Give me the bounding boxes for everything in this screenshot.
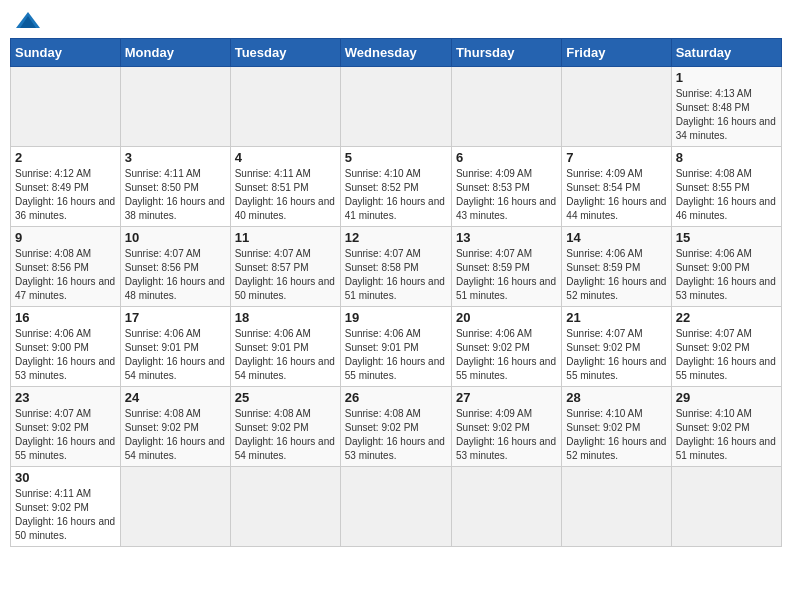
day-number: 1 [676,70,777,85]
day-number: 11 [235,230,336,245]
day-number: 27 [456,390,557,405]
day-info: Sunrise: 4:11 AM Sunset: 9:02 PM Dayligh… [15,487,116,543]
col-header-tuesday: Tuesday [230,39,340,67]
day-info: Sunrise: 4:06 AM Sunset: 8:59 PM Dayligh… [566,247,666,303]
day-number: 24 [125,390,226,405]
calendar-cell: 12Sunrise: 4:07 AM Sunset: 8:58 PM Dayli… [340,227,451,307]
calendar-cell: 23Sunrise: 4:07 AM Sunset: 9:02 PM Dayli… [11,387,121,467]
day-number: 6 [456,150,557,165]
calendar-cell [562,467,671,547]
day-info: Sunrise: 4:12 AM Sunset: 8:49 PM Dayligh… [15,167,116,223]
calendar-cell: 30Sunrise: 4:11 AM Sunset: 9:02 PM Dayli… [11,467,121,547]
day-info: Sunrise: 4:08 AM Sunset: 8:56 PM Dayligh… [15,247,116,303]
day-number: 21 [566,310,666,325]
calendar-cell: 29Sunrise: 4:10 AM Sunset: 9:02 PM Dayli… [671,387,781,467]
calendar-cell: 24Sunrise: 4:08 AM Sunset: 9:02 PM Dayli… [120,387,230,467]
calendar-cell [230,467,340,547]
day-info: Sunrise: 4:07 AM Sunset: 9:02 PM Dayligh… [566,327,666,383]
day-info: Sunrise: 4:08 AM Sunset: 9:02 PM Dayligh… [345,407,447,463]
calendar-cell: 7Sunrise: 4:09 AM Sunset: 8:54 PM Daylig… [562,147,671,227]
day-info: Sunrise: 4:07 AM Sunset: 8:59 PM Dayligh… [456,247,557,303]
calendar-cell: 1Sunrise: 4:13 AM Sunset: 8:48 PM Daylig… [671,67,781,147]
calendar-cell: 2Sunrise: 4:12 AM Sunset: 8:49 PM Daylig… [11,147,121,227]
day-number: 16 [15,310,116,325]
calendar-cell: 11Sunrise: 4:07 AM Sunset: 8:57 PM Dayli… [230,227,340,307]
calendar-cell: 17Sunrise: 4:06 AM Sunset: 9:01 PM Dayli… [120,307,230,387]
day-number: 23 [15,390,116,405]
calendar-cell [230,67,340,147]
day-number: 14 [566,230,666,245]
calendar-cell [11,67,121,147]
calendar-cell: 14Sunrise: 4:06 AM Sunset: 8:59 PM Dayli… [562,227,671,307]
calendar-cell: 20Sunrise: 4:06 AM Sunset: 9:02 PM Dayli… [451,307,561,387]
day-info: Sunrise: 4:10 AM Sunset: 8:52 PM Dayligh… [345,167,447,223]
day-info: Sunrise: 4:06 AM Sunset: 9:02 PM Dayligh… [456,327,557,383]
calendar-cell: 6Sunrise: 4:09 AM Sunset: 8:53 PM Daylig… [451,147,561,227]
calendar-cell [451,467,561,547]
day-number: 29 [676,390,777,405]
calendar-cell [120,67,230,147]
day-number: 28 [566,390,666,405]
day-info: Sunrise: 4:08 AM Sunset: 9:02 PM Dayligh… [125,407,226,463]
day-number: 18 [235,310,336,325]
calendar-cell: 8Sunrise: 4:08 AM Sunset: 8:55 PM Daylig… [671,147,781,227]
day-info: Sunrise: 4:10 AM Sunset: 9:02 PM Dayligh… [676,407,777,463]
calendar-cell [562,67,671,147]
calendar-cell [120,467,230,547]
logo [14,10,46,32]
day-info: Sunrise: 4:06 AM Sunset: 9:01 PM Dayligh… [125,327,226,383]
day-number: 9 [15,230,116,245]
day-number: 5 [345,150,447,165]
calendar-cell: 25Sunrise: 4:08 AM Sunset: 9:02 PM Dayli… [230,387,340,467]
day-info: Sunrise: 4:07 AM Sunset: 9:02 PM Dayligh… [676,327,777,383]
calendar-cell: 10Sunrise: 4:07 AM Sunset: 8:56 PM Dayli… [120,227,230,307]
day-number: 8 [676,150,777,165]
day-number: 3 [125,150,226,165]
day-number: 19 [345,310,447,325]
calendar-cell: 18Sunrise: 4:06 AM Sunset: 9:01 PM Dayli… [230,307,340,387]
day-number: 26 [345,390,447,405]
day-info: Sunrise: 4:09 AM Sunset: 8:53 PM Dayligh… [456,167,557,223]
calendar-cell [451,67,561,147]
day-number: 25 [235,390,336,405]
calendar-table: SundayMondayTuesdayWednesdayThursdayFrid… [10,38,782,547]
col-header-sunday: Sunday [11,39,121,67]
col-header-thursday: Thursday [451,39,561,67]
day-number: 2 [15,150,116,165]
day-number: 15 [676,230,777,245]
calendar-cell: 16Sunrise: 4:06 AM Sunset: 9:00 PM Dayli… [11,307,121,387]
day-number: 17 [125,310,226,325]
day-info: Sunrise: 4:06 AM Sunset: 9:00 PM Dayligh… [15,327,116,383]
calendar-week-5: 23Sunrise: 4:07 AM Sunset: 9:02 PM Dayli… [11,387,782,467]
day-number: 12 [345,230,447,245]
calendar-cell: 21Sunrise: 4:07 AM Sunset: 9:02 PM Dayli… [562,307,671,387]
day-number: 7 [566,150,666,165]
calendar-cell: 3Sunrise: 4:11 AM Sunset: 8:50 PM Daylig… [120,147,230,227]
calendar-cell: 15Sunrise: 4:06 AM Sunset: 9:00 PM Dayli… [671,227,781,307]
day-info: Sunrise: 4:13 AM Sunset: 8:48 PM Dayligh… [676,87,777,143]
day-info: Sunrise: 4:06 AM Sunset: 9:01 PM Dayligh… [345,327,447,383]
day-info: Sunrise: 4:06 AM Sunset: 9:01 PM Dayligh… [235,327,336,383]
day-info: Sunrise: 4:08 AM Sunset: 9:02 PM Dayligh… [235,407,336,463]
day-info: Sunrise: 4:07 AM Sunset: 8:58 PM Dayligh… [345,247,447,303]
calendar-cell: 26Sunrise: 4:08 AM Sunset: 9:02 PM Dayli… [340,387,451,467]
day-number: 20 [456,310,557,325]
day-info: Sunrise: 4:11 AM Sunset: 8:50 PM Dayligh… [125,167,226,223]
logo-icon [14,10,42,32]
calendar-cell: 27Sunrise: 4:09 AM Sunset: 9:02 PM Dayli… [451,387,561,467]
calendar-week-4: 16Sunrise: 4:06 AM Sunset: 9:00 PM Dayli… [11,307,782,387]
col-header-saturday: Saturday [671,39,781,67]
calendar-week-2: 2Sunrise: 4:12 AM Sunset: 8:49 PM Daylig… [11,147,782,227]
day-info: Sunrise: 4:09 AM Sunset: 9:02 PM Dayligh… [456,407,557,463]
day-info: Sunrise: 4:07 AM Sunset: 9:02 PM Dayligh… [15,407,116,463]
calendar-week-1: 1Sunrise: 4:13 AM Sunset: 8:48 PM Daylig… [11,67,782,147]
calendar-cell: 22Sunrise: 4:07 AM Sunset: 9:02 PM Dayli… [671,307,781,387]
calendar-week-6: 30Sunrise: 4:11 AM Sunset: 9:02 PM Dayli… [11,467,782,547]
calendar-cell: 5Sunrise: 4:10 AM Sunset: 8:52 PM Daylig… [340,147,451,227]
day-number: 22 [676,310,777,325]
day-info: Sunrise: 4:11 AM Sunset: 8:51 PM Dayligh… [235,167,336,223]
day-number: 30 [15,470,116,485]
col-header-monday: Monday [120,39,230,67]
day-info: Sunrise: 4:09 AM Sunset: 8:54 PM Dayligh… [566,167,666,223]
page-header [10,10,782,32]
